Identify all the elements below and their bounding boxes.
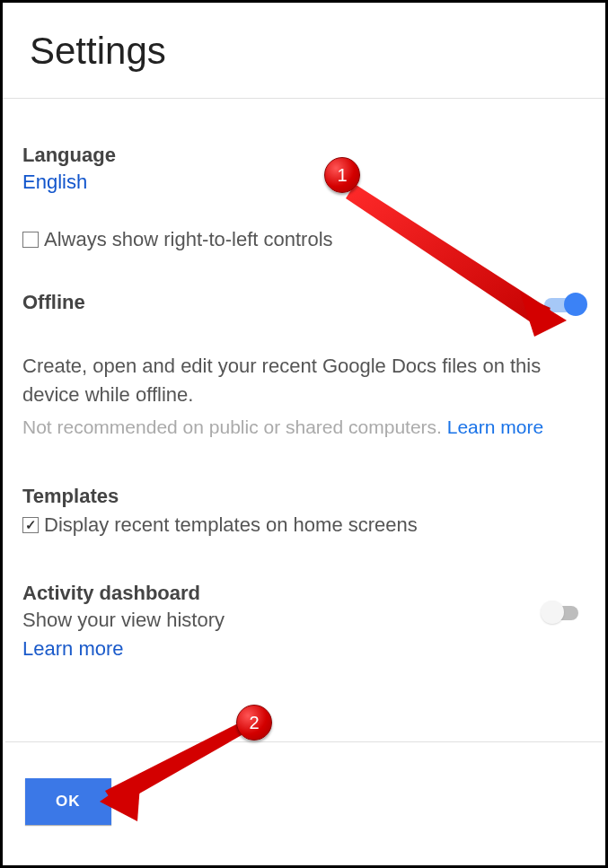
offline-heading: Offline xyxy=(22,291,85,314)
language-value-link[interactable]: English xyxy=(22,171,87,193)
templates-checkbox-label: Display recent templates on home screens xyxy=(44,513,418,537)
page-title: Settings xyxy=(30,30,578,73)
offline-warning: Not recommended on public or shared comp… xyxy=(22,416,586,438)
annotation-arrow-2 xyxy=(100,721,279,829)
activity-description: Show your view history xyxy=(22,609,586,632)
svg-marker-0 xyxy=(346,184,551,326)
rtl-checkbox-label: Always show right-to-left controls xyxy=(44,228,333,251)
activity-heading: Activity dashboard xyxy=(22,582,586,605)
ok-button[interactable]: OK xyxy=(25,778,111,825)
offline-description: Create, open and edit your recent Google… xyxy=(22,352,586,409)
templates-checkbox[interactable] xyxy=(22,517,39,533)
activity-toggle[interactable] xyxy=(542,603,584,621)
rtl-checkbox[interactable] xyxy=(22,232,39,248)
annotation-arrow-1 xyxy=(344,173,577,344)
offline-learn-more-link[interactable]: Learn more xyxy=(447,416,543,437)
templates-checkbox-row[interactable]: Display recent templates on home screens xyxy=(22,513,586,537)
footer-bar: OK xyxy=(5,741,603,863)
activity-learn-more-link[interactable]: Learn more xyxy=(22,637,124,661)
svg-marker-4 xyxy=(100,773,141,821)
language-heading: Language xyxy=(22,144,586,167)
templates-heading: Templates xyxy=(22,485,586,508)
